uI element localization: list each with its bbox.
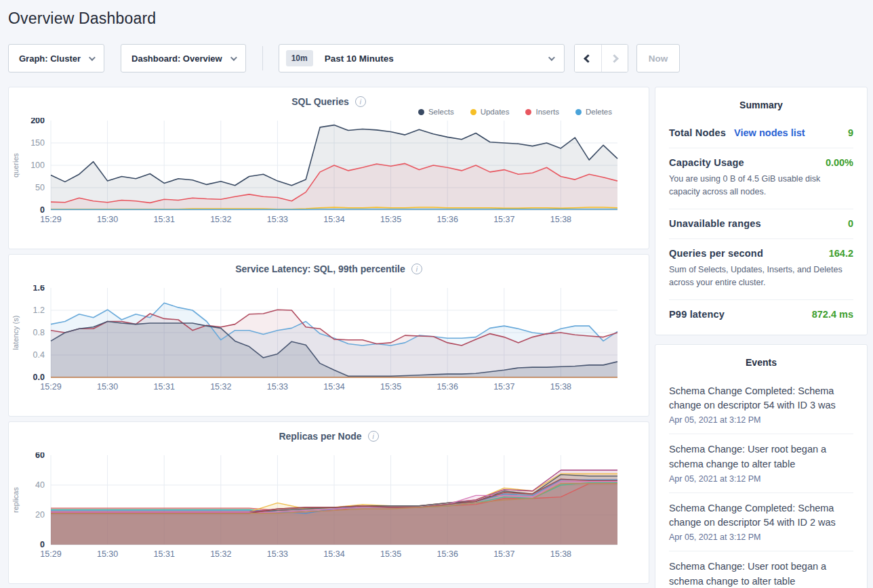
svg-text:15:38: 15:38 [550, 382, 571, 392]
view-nodes-list-link[interactable]: View nodes list [734, 127, 805, 138]
svg-text:15:29: 15:29 [40, 382, 61, 392]
capacity-usage-description: You are using 0 B of 4.5 GiB usable disk… [669, 173, 853, 199]
legend-label: Selects [428, 108, 454, 116]
chart-legend: SelectsUpdatesInsertsDeletes [9, 106, 649, 118]
svg-text:15:30: 15:30 [97, 215, 118, 224]
svg-text:latency (s): latency (s) [12, 316, 20, 350]
svg-text:15:33: 15:33 [267, 549, 288, 559]
svg-text:20: 20 [35, 510, 45, 520]
svg-text:0.0: 0.0 [33, 373, 45, 382]
svg-text:15:33: 15:33 [267, 215, 288, 224]
service-latency-chart[interactable]: 0.00.40.81.21.615:2915:3015:3115:3215:33… [9, 285, 649, 399]
sql-queries-chart[interactable]: 05010015020015:2915:3015:3115:3215:3315:… [9, 118, 649, 232]
replicas-per-node-chart[interactable]: 020406015:2915:3015:3115:3215:3315:3415:… [9, 453, 649, 566]
chart-header: SQL Queries i [9, 87, 649, 104]
svg-text:15:32: 15:32 [210, 215, 231, 224]
time-forward-button[interactable] [601, 45, 628, 72]
svg-text:15:34: 15:34 [323, 215, 344, 224]
svg-text:15:36: 15:36 [437, 382, 458, 392]
svg-text:200: 200 [31, 118, 45, 125]
legend-dot-icon [418, 109, 424, 115]
chevron-down-icon [89, 54, 96, 61]
legend-item[interactable]: Deletes [575, 108, 612, 116]
legend-item[interactable]: Selects [418, 108, 454, 116]
event-text: Schema Change Completed: Schema change o… [669, 384, 853, 414]
legend-item[interactable]: Inserts [525, 108, 559, 116]
p99-latency-label: P99 latency [669, 309, 725, 320]
now-button[interactable]: Now [636, 44, 681, 72]
overview-dashboard-page: Overview Dashboard Graph: Cluster Dashbo… [0, 0, 873, 588]
svg-text:15:32: 15:32 [210, 382, 231, 392]
chart-header: Replicas per Node i [9, 422, 649, 438]
summary-title: Summary [669, 87, 853, 119]
svg-text:15:35: 15:35 [380, 549, 401, 559]
event-text: Schema Change: User root began a schema … [669, 442, 853, 472]
svg-text:replicas: replicas [12, 487, 20, 513]
info-icon[interactable]: i [355, 96, 366, 107]
event-item: Schema Change: User root began a schema … [669, 434, 853, 492]
summary-row-unavailable-ranges: Unavailable ranges 0 [669, 209, 853, 238]
event-text: Schema Change: User root began a schema … [669, 560, 853, 588]
svg-text:15:35: 15:35 [380, 215, 401, 224]
time-range-selector[interactable]: 10m Past 10 Minutes [279, 44, 565, 72]
toolbar: Graph: Cluster Dashboard: Overview 10m P… [8, 44, 868, 72]
page-title: Overview Dashboard [8, 9, 868, 28]
legend-dot-icon [470, 109, 476, 115]
svg-text:15:33: 15:33 [267, 382, 288, 392]
legend-item[interactable]: Updates [470, 108, 510, 116]
svg-text:40: 40 [35, 480, 45, 490]
svg-text:15:32: 15:32 [210, 549, 231, 559]
svg-text:60: 60 [35, 453, 45, 460]
sidebar: Summary Total Nodes View nodes list 9 Ca… [655, 87, 868, 588]
capacity-usage-value: 0.00% [826, 157, 853, 168]
capacity-usage-label: Capacity Usage [669, 157, 744, 168]
legend-label: Deletes [586, 108, 612, 116]
main-content: SQL Queries i SelectsUpdatesInsertsDelet… [8, 87, 868, 588]
graph-dropdown[interactable]: Graph: Cluster [8, 44, 104, 72]
info-icon[interactable]: i [368, 431, 379, 442]
chevron-down-icon [548, 54, 555, 61]
svg-text:15:38: 15:38 [550, 549, 571, 559]
info-icon[interactable]: i [411, 264, 422, 274]
time-range-badge: 10m [286, 50, 313, 66]
summary-row-p99: P99 latency 872.4 ms [669, 299, 853, 329]
svg-text:100: 100 [31, 161, 45, 170]
chart-title: SQL Queries [291, 96, 349, 107]
svg-text:1.6: 1.6 [33, 285, 45, 293]
event-item: Schema Change Completed: Schema change o… [669, 492, 853, 551]
svg-text:15:31: 15:31 [154, 215, 175, 224]
svg-text:15:30: 15:30 [97, 382, 118, 392]
legend-dot-icon [525, 109, 531, 115]
chevron-left-icon [584, 54, 592, 63]
svg-text:15:37: 15:37 [493, 549, 514, 559]
time-back-button[interactable] [575, 45, 601, 72]
events-title: Events [669, 345, 853, 376]
svg-text:50: 50 [35, 183, 45, 192]
dashboard-dropdown[interactable]: Dashboard: Overview [121, 44, 246, 72]
chart-title: Service Latency: SQL, 99th percentile [235, 264, 405, 274]
charts-column: SQL Queries i SelectsUpdatesInsertsDelet… [8, 87, 649, 584]
svg-text:15:37: 15:37 [493, 382, 514, 392]
svg-text:0.8: 0.8 [33, 328, 45, 337]
legend-dot-icon [575, 109, 582, 115]
svg-text:15:29: 15:29 [40, 549, 61, 559]
svg-text:15:31: 15:31 [154, 549, 175, 559]
svg-text:15:29: 15:29 [40, 215, 61, 224]
time-pager [574, 44, 628, 72]
svg-text:0.4: 0.4 [33, 350, 45, 360]
p99-latency-value: 872.4 ms [812, 309, 853, 320]
summary-panel: Summary Total Nodes View nodes list 9 Ca… [655, 87, 868, 335]
unavailable-ranges-label: Unavailable ranges [669, 218, 761, 229]
svg-text:queries: queries [12, 152, 20, 177]
chevron-down-icon [230, 54, 237, 61]
event-timestamp: Apr 05, 2021 at 3:12 PM [669, 474, 853, 484]
event-item: Schema Change Completed: Schema change o… [669, 376, 853, 434]
event-timestamp: Apr 05, 2021 at 3:12 PM [669, 532, 853, 542]
replicas-per-node-panel: Replicas per Node i 020406015:2915:3015:… [8, 421, 649, 584]
unavailable-ranges-value: 0 [848, 218, 853, 229]
svg-text:150: 150 [31, 138, 45, 148]
svg-text:15:35: 15:35 [380, 382, 401, 392]
summary-row-total-nodes: Total Nodes View nodes list 9 [669, 119, 853, 148]
total-nodes-value: 9 [848, 127, 853, 138]
service-latency-panel: Service Latency: SQL, 99th percentile i … [8, 254, 649, 417]
